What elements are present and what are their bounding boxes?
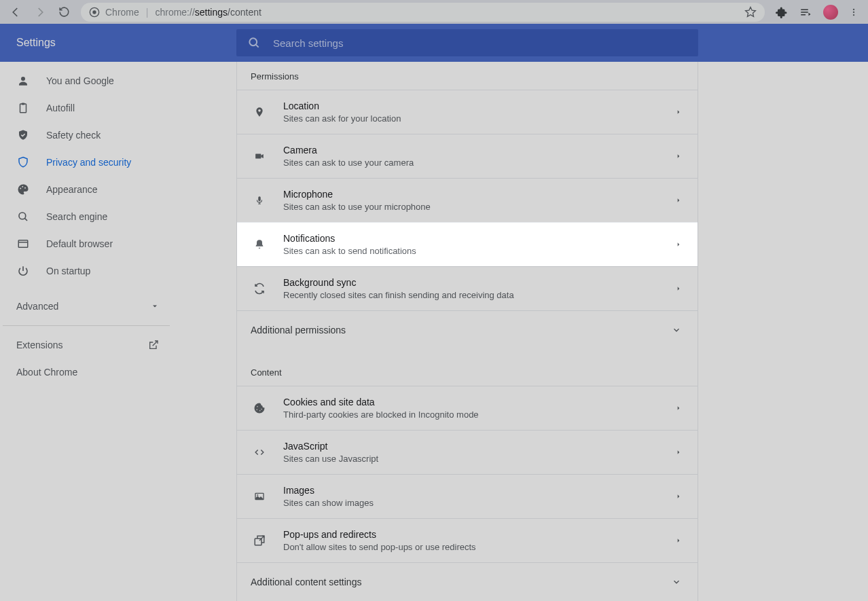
menu-dots-icon[interactable] — [849, 6, 858, 18]
sidebar-advanced-toggle[interactable]: Advanced — [0, 293, 173, 320]
row-subtitle: Sites can ask to send notifications — [283, 245, 659, 257]
svg-rect-15 — [258, 196, 261, 201]
row-microphone[interactable]: MicrophoneSites can ask to use your micr… — [237, 178, 698, 222]
sidebar-item-safety-check[interactable]: Safety check — [0, 122, 173, 149]
sidebar-item-label: Appearance — [46, 184, 98, 195]
row-background-sync[interactable]: Background syncRecently closed sites can… — [237, 266, 698, 310]
sidebar-item-on-startup[interactable]: On startup — [0, 257, 173, 285]
profile-avatar[interactable] — [823, 5, 838, 20]
chevron-down-icon — [151, 302, 159, 310]
omnibox-separator: | — [145, 7, 150, 18]
microphone-icon — [252, 194, 267, 206]
row-additional-content-settings[interactable]: Additional content settings — [237, 562, 698, 600]
svg-point-2 — [853, 8, 854, 10]
row-title: JavaScript — [283, 439, 659, 453]
camera-icon — [252, 151, 267, 161]
star-icon[interactable] — [744, 6, 757, 18]
chevron-right-icon — [676, 152, 681, 160]
chevron-right-icon — [676, 536, 681, 545]
row-title: Pop-ups and redirects — [283, 528, 659, 541]
row-subtitle: Sites can ask to use your camera — [283, 157, 659, 169]
sidebar-item-autofill[interactable]: Autofill — [0, 94, 173, 122]
cookie-icon — [252, 402, 267, 414]
row-title: Additional permissions — [251, 325, 346, 335]
chevron-right-icon — [676, 404, 681, 412]
svg-point-5 — [249, 38, 257, 45]
search-settings-box[interactable] — [236, 29, 698, 56]
location-pin-icon — [252, 106, 267, 118]
row-popups-redirects[interactable]: Pop-ups and redirectsDon't allow sites t… — [237, 518, 698, 562]
browser-toolbar: Chrome | chrome://settings/content — [0, 0, 868, 24]
row-subtitle: Sites can ask for your location — [283, 113, 659, 125]
divider — [3, 325, 170, 326]
sidebar-item-you-and-google[interactable]: You and Google — [0, 67, 173, 94]
image-icon — [252, 491, 267, 502]
popup-icon — [252, 534, 267, 547]
search-icon — [247, 36, 261, 50]
chevron-right-icon — [676, 196, 681, 204]
svg-point-11 — [24, 187, 26, 189]
external-link-icon — [148, 340, 159, 350]
row-subtitle: Third-party cookies are blocked in Incog… — [283, 409, 659, 421]
palette-icon — [16, 183, 30, 196]
forward-button[interactable] — [34, 6, 46, 18]
shield-icon — [16, 156, 30, 168]
section-title-content: Content — [237, 348, 698, 386]
row-title: Location — [283, 99, 659, 113]
row-title: Background sync — [283, 276, 659, 289]
chevron-right-icon — [676, 108, 681, 116]
row-title: Additional content settings — [251, 577, 361, 587]
svg-point-9 — [20, 188, 21, 189]
row-title: Notifications — [283, 232, 659, 245]
search-input[interactable] — [273, 37, 687, 49]
row-title: Camera — [283, 143, 659, 157]
svg-point-1 — [92, 10, 96, 14]
row-title: Microphone — [283, 187, 659, 201]
settings-header: Settings — [0, 24, 868, 62]
power-icon — [16, 265, 30, 277]
extension-icon[interactable] — [776, 6, 788, 18]
sidebar-item-privacy-and-security[interactable]: Privacy and security — [0, 149, 173, 176]
advanced-label: Advanced — [16, 301, 58, 312]
sidebar-item-label: Default browser — [46, 238, 113, 249]
row-camera[interactable]: CameraSites can ask to use your camera — [237, 134, 698, 178]
sidebar-item-label: On startup — [46, 266, 90, 276]
playlist-icon[interactable] — [799, 6, 812, 18]
browser-icon — [16, 238, 30, 250]
search-icon — [16, 211, 30, 223]
settings-main: Permissions LocationSites can ask for yo… — [236, 62, 698, 601]
sidebar-item-search-engine[interactable]: Search engine — [0, 203, 173, 230]
row-javascript[interactable]: JavaScriptSites can use Javascript — [237, 430, 698, 474]
row-subtitle: Sites can show images — [283, 497, 659, 509]
sidebar-item-appearance[interactable]: Appearance — [0, 176, 173, 203]
chevron-right-icon — [676, 448, 681, 456]
person-icon — [16, 75, 30, 87]
row-cookies[interactable]: Cookies and site dataThird-party cookies… — [237, 386, 698, 430]
row-notifications[interactable]: NotificationsSites can ask to send notif… — [237, 222, 698, 266]
row-title: Cookies and site data — [283, 395, 659, 409]
row-additional-permissions[interactable]: Additional permissions — [237, 310, 698, 348]
reload-button[interactable] — [58, 6, 70, 18]
sidebar-item-default-browser[interactable]: Default browser — [0, 230, 173, 257]
svg-rect-14 — [255, 154, 261, 159]
back-button[interactable] — [10, 6, 22, 18]
row-images[interactable]: ImagesSites can show images — [237, 474, 698, 518]
row-location[interactable]: LocationSites can ask for your location — [237, 90, 698, 134]
sidebar-item-extensions[interactable]: Extensions — [0, 331, 173, 359]
omnibox-url: chrome://settings/content — [155, 7, 261, 18]
nav-buttons — [10, 6, 70, 18]
shield-check-icon — [16, 129, 30, 141]
sync-icon — [252, 283, 267, 295]
sidebar-item-about-chrome[interactable]: About Chrome — [0, 359, 173, 386]
chevron-right-icon — [676, 492, 681, 500]
row-subtitle: Don't allow sites to send pop-ups or use… — [283, 541, 659, 553]
chevron-right-icon — [676, 285, 681, 293]
address-bar[interactable]: Chrome | chrome://settings/content — [81, 3, 765, 22]
svg-point-4 — [853, 14, 854, 15]
row-subtitle: Sites can ask to use your microphone — [283, 201, 659, 213]
clipboard-icon — [16, 102, 30, 114]
svg-rect-7 — [20, 104, 26, 113]
svg-point-10 — [22, 186, 23, 187]
site-icon — [89, 7, 100, 18]
chevron-right-icon — [676, 240, 681, 249]
